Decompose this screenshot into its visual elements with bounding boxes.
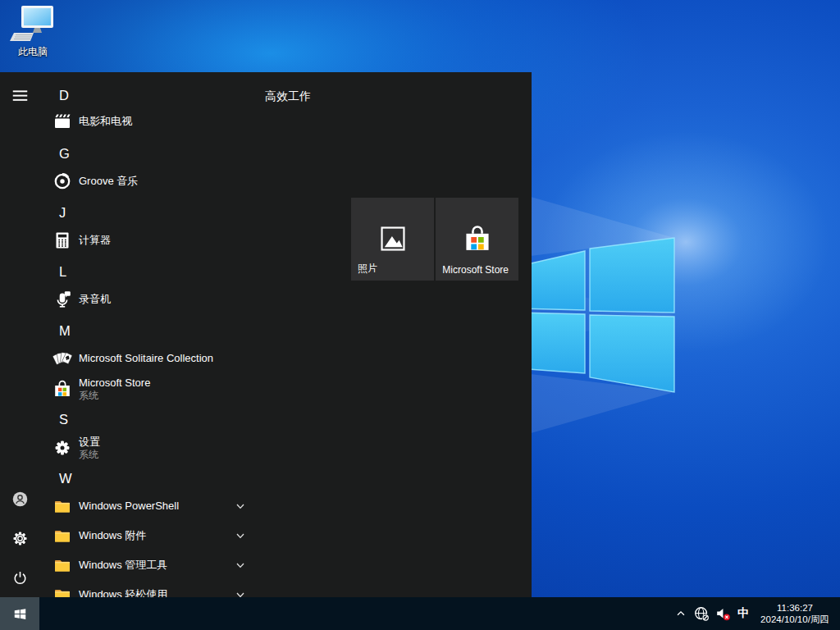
app-item-1[interactable]: 电影和电视 (39, 107, 276, 136)
chevron-down-icon[interactable] (235, 589, 246, 597)
volume-muted-icon[interactable] (712, 597, 733, 630)
app-item-12[interactable]: 设置系统 (39, 430, 276, 466)
settings-button[interactable] (0, 518, 39, 558)
folder-item-16[interactable]: Windows 管理工具 (39, 550, 276, 580)
this-pc-icon (10, 5, 56, 44)
app-section-letter-M[interactable]: M (39, 316, 282, 345)
chevron-down-icon[interactable] (235, 500, 246, 512)
app-section-letter-D[interactable]: D (39, 80, 282, 110)
clock-time: 11:36:27 (753, 602, 837, 614)
taskbar-clock[interactable]: 11:36:272024/10/10/周四 (753, 602, 837, 625)
clock-date: 2024/10/10/周四 (753, 614, 837, 625)
ime-indicator[interactable]: 中 (733, 606, 753, 621)
movies-tv-icon (52, 112, 72, 131)
app-item-7[interactable]: 录音机 (39, 285, 276, 314)
app-section-letter-G[interactable]: G (39, 139, 282, 168)
app-section-letter-L[interactable]: L (39, 257, 282, 286)
app-item-10[interactable]: Microsoft Store系统 (39, 371, 276, 407)
power-icon (11, 569, 29, 587)
app-section-letter-J[interactable]: J (39, 198, 282, 227)
settings-outline-icon (11, 530, 29, 547)
user-button[interactable] (0, 479, 39, 518)
groove-music-icon (52, 171, 72, 191)
windows-logo-icon (13, 607, 27, 621)
power-button[interactable] (0, 558, 39, 597)
voice-recorder-icon (52, 290, 72, 309)
tile-photos[interactable]: 照片 (351, 198, 434, 281)
folder-item-14[interactable]: Windows PowerShell (39, 491, 276, 521)
hamburger-menu-icon (11, 87, 29, 104)
store-icon (52, 379, 72, 399)
start-menu-rail (0, 72, 39, 597)
menu-button[interactable] (0, 75, 39, 115)
folder-item-17[interactable]: Windows 轻松使用 (39, 580, 276, 597)
photos-icon (380, 226, 406, 252)
folder-icon (52, 585, 72, 597)
tray-chevron-up-icon[interactable] (671, 597, 691, 630)
start-button[interactable] (0, 597, 39, 630)
start-menu: D电影和电视GGroove 音乐J计算器L录音机MMicrosoft Solit… (0, 72, 532, 597)
solitaire-icon (52, 349, 72, 368)
app-item-3[interactable]: Groove 音乐 (39, 167, 276, 196)
app-item-5[interactable]: 计算器 (39, 226, 276, 255)
settings-solid-icon (52, 438, 72, 458)
user-icon (11, 491, 29, 508)
system-tray: 中11:36:272024/10/10/周四 (671, 597, 837, 630)
this-pc-label: 此电脑 (7, 45, 59, 59)
desktop-icon-this-pc[interactable]: 此电脑 (7, 5, 59, 59)
tiles-group-heading[interactable]: 高效工作 (265, 89, 311, 104)
app-item-9[interactable]: Microsoft Solitaire Collection (39, 344, 276, 373)
taskbar: 中11:36:272024/10/10/周四 (0, 597, 840, 630)
folder-icon (52, 555, 72, 575)
chevron-down-icon[interactable] (235, 559, 246, 571)
network-offline-icon[interactable] (691, 597, 712, 630)
calculator-icon (52, 231, 72, 250)
folder-icon (52, 526, 72, 546)
app-section-letter-W[interactable]: W (39, 463, 282, 493)
chevron-down-icon[interactable] (235, 530, 246, 541)
folder-item-15[interactable]: Windows 附件 (39, 521, 276, 550)
tile-store[interactable]: Microsoft Store (436, 198, 518, 281)
desktop: 此电脑 D电影和电视GGroove 音乐J计算器L录音机MMicrosoft S… (0, 0, 840, 630)
folder-icon (52, 496, 72, 516)
store-icon (462, 224, 492, 254)
